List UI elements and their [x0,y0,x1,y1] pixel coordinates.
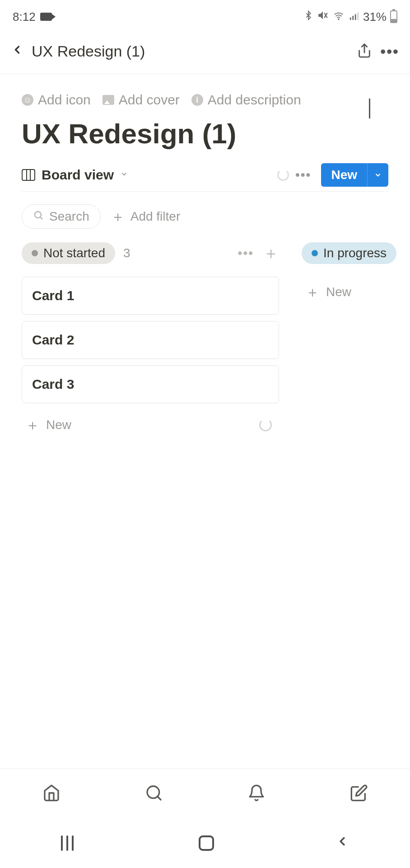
svg-rect-5 [355,14,356,20]
svg-point-2 [338,19,339,19]
column-status-pill[interactable]: Not started [22,242,115,264]
sys-recent-button[interactable] [61,835,77,851]
new-button-group: New [321,163,388,187]
view-selector[interactable]: Board view [22,167,277,183]
text-cursor [369,99,370,118]
column-actions: •••＋ [238,245,279,261]
chevron-down-icon [120,170,128,180]
board: Not started3•••＋Card 1Card 2Card 3＋NewIn… [0,242,410,440]
search-input[interactable]: Search [22,204,101,229]
android-status-bar: 8:12 31% [0,0,410,32]
svg-rect-3 [350,17,351,19]
search-icon [33,209,44,224]
board-card[interactable]: Card 1 [22,277,279,315]
plus-icon: ＋ [25,418,40,432]
board-card[interactable]: Card 2 [22,321,279,359]
view-bar: Board view ••• New [0,163,410,191]
sys-home-button[interactable] [199,835,214,851]
wifi-icon [332,10,345,24]
column-new-label: New [46,418,71,432]
android-system-nav [0,818,410,868]
bottom-app-bar [0,769,410,818]
column-new-button[interactable]: ＋New [22,410,279,440]
status-dot-icon [312,250,318,256]
signal-icon [349,10,359,24]
column-name-label: In progress [323,246,387,260]
sys-back-button[interactable] [335,833,349,854]
new-button-dropdown[interactable] [367,163,388,187]
view-name-label: Board view [42,167,114,183]
column-status-pill[interactable]: In progress [302,242,396,264]
search-placeholder: Search [49,209,89,224]
notifications-tab[interactable] [247,784,266,804]
divider [22,191,388,192]
emoji-icon: ☺ [22,94,33,106]
status-right: 31% [303,9,397,25]
loading-spinner-icon [259,419,272,431]
status-left: 8:12 [13,10,52,24]
battery-percent: 31% [363,10,387,24]
recording-icon [40,13,52,21]
board-column: In progress＋New [302,242,410,440]
column-add-button[interactable]: ＋ [263,245,279,261]
board-card[interactable]: Card 3 [22,365,279,403]
add-cover-button[interactable]: Add cover [102,92,180,108]
page-more-button[interactable]: ••• [380,42,399,60]
compose-tab[interactable] [350,784,368,804]
add-description-button[interactable]: i Add description [191,92,301,108]
column-new-button[interactable]: ＋New [302,277,410,307]
filter-row: Search ＋ Add filter [0,200,410,242]
info-icon: i [191,94,203,106]
add-filter-label: Add filter [130,209,181,224]
bluetooth-icon [303,9,313,25]
svg-line-11 [157,796,160,799]
status-time: 8:12 [13,10,36,24]
back-button[interactable] [11,41,23,62]
column-header: Not started3•••＋ [22,242,279,264]
top-nav: UX Redesign (1) ••• [0,32,410,74]
plus-icon: ＋ [305,285,320,299]
svg-rect-6 [357,12,359,19]
view-more-button[interactable]: ••• [295,168,311,182]
column-name-label: Not started [43,246,105,260]
svg-rect-4 [352,16,354,20]
status-dot-icon [32,250,38,256]
search-tab[interactable] [145,784,163,804]
plus-icon: ＋ [111,209,125,224]
add-icon-label: Add icon [38,92,91,108]
home-tab[interactable] [42,784,61,804]
svg-point-8 [35,212,41,218]
image-icon [102,95,114,105]
column-more-button[interactable]: ••• [238,246,254,260]
add-cover-label: Add cover [119,92,180,108]
column-header: In progress [302,242,410,264]
svg-line-9 [41,217,42,219]
battery-icon [390,10,397,23]
page-breadcrumb-title[interactable]: UX Redesign (1) [32,42,349,60]
page-options-row: ☺ Add icon Add cover i Add description [0,74,410,108]
add-description-label: Add description [208,92,301,108]
board-column: Not started3•••＋Card 1Card 2Card 3＋New [22,242,279,440]
board-icon [22,169,35,181]
share-button[interactable] [357,42,372,61]
column-new-label: New [326,285,351,299]
add-icon-button[interactable]: ☺ Add icon [22,92,91,108]
mute-icon [317,9,329,24]
page-title[interactable]: UX Redesign (1) [0,108,410,163]
add-filter-button[interactable]: ＋ Add filter [111,209,181,224]
new-button[interactable]: New [321,163,367,187]
loading-spinner-icon [277,169,289,181]
column-count: 3 [123,246,130,260]
